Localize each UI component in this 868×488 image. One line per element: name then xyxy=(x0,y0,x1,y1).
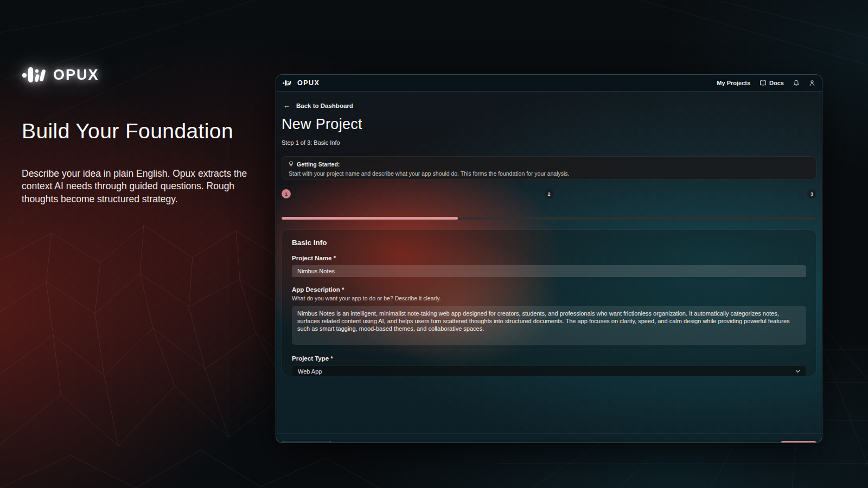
book-icon xyxy=(760,80,767,86)
user-menu-button[interactable] xyxy=(809,80,815,87)
step-indicator-1[interactable]: 1 xyxy=(282,189,291,198)
step-label: Step 1 of 3: Basic Info xyxy=(282,139,340,146)
back-link-label: Back to Dashboard xyxy=(296,102,353,109)
app-window: OPUX My Projects Docs xyxy=(276,74,822,443)
nav-my-projects-label: My Projects xyxy=(717,80,750,86)
step-indicator-3[interactable]: 3 xyxy=(807,189,816,198)
app-description-label: App Description * xyxy=(292,286,806,293)
opux-logo-icon xyxy=(22,64,48,86)
hero-heading: Build Your Foundation xyxy=(22,119,277,143)
step-indicators: 1 2 3 xyxy=(282,189,816,198)
app-header: OPUX My Projects Docs xyxy=(276,75,822,92)
nav-docs-label: Docs xyxy=(769,80,784,86)
tip-body: Start with your project name and describ… xyxy=(289,170,809,177)
project-type-select[interactable]: Web App xyxy=(292,365,806,376)
progress-bar xyxy=(282,217,816,220)
next-button[interactable]: Next → xyxy=(781,441,816,443)
form-title: Basic Info xyxy=(292,239,806,247)
progress-fill xyxy=(282,217,458,220)
window-content: ← Back to Dashboard New Project Step 1 o… xyxy=(276,92,822,442)
nav-my-projects[interactable]: My Projects xyxy=(717,80,750,86)
bell-icon xyxy=(793,80,800,87)
hero-description: Describe your idea in plain English. Opu… xyxy=(22,168,260,206)
hero-panel: OPUX Build Your Foundation Describe your… xyxy=(22,64,277,206)
back-to-dashboard-link[interactable]: ← Back to Dashboard xyxy=(283,101,353,110)
basic-info-card: Basic Info Project Name * App Descriptio… xyxy=(282,229,816,376)
page-title: New Project xyxy=(282,116,362,133)
app-description-helper: What do you want your app to do or be? D… xyxy=(292,295,806,301)
header-logo[interactable]: OPUX xyxy=(283,79,320,87)
notifications-button[interactable] xyxy=(793,80,800,87)
getting-started-tip: Getting Started: Start with your project… xyxy=(282,156,816,179)
project-name-input[interactable] xyxy=(292,265,806,277)
project-name-label: Project Name * xyxy=(292,255,806,261)
footer-divider xyxy=(276,433,822,434)
project-type-label: Project Type * xyxy=(292,355,806,362)
tip-title-row: Getting Started: xyxy=(289,161,809,168)
back-arrow-icon: ← xyxy=(283,101,290,110)
step-indicator-2[interactable]: 2 xyxy=(545,189,554,198)
previous-button[interactable]: ← Previous xyxy=(282,441,332,443)
header-logo-icon xyxy=(283,79,292,87)
project-type-value: Web App xyxy=(298,368,322,375)
tip-title: Getting Started: xyxy=(297,161,340,168)
chevron-down-icon xyxy=(795,370,800,373)
nav-docs[interactable]: Docs xyxy=(760,80,784,86)
opux-logo: OPUX xyxy=(22,64,277,86)
user-icon xyxy=(809,80,815,87)
header-nav: My Projects Docs xyxy=(717,80,815,87)
app-description-textarea[interactable]: Nimbus Notes is an intelligent, minimali… xyxy=(292,306,806,345)
logo-wordmark: OPUX xyxy=(53,67,99,84)
header-logo-wordmark: OPUX xyxy=(297,79,320,87)
lightbulb-icon xyxy=(289,161,293,168)
